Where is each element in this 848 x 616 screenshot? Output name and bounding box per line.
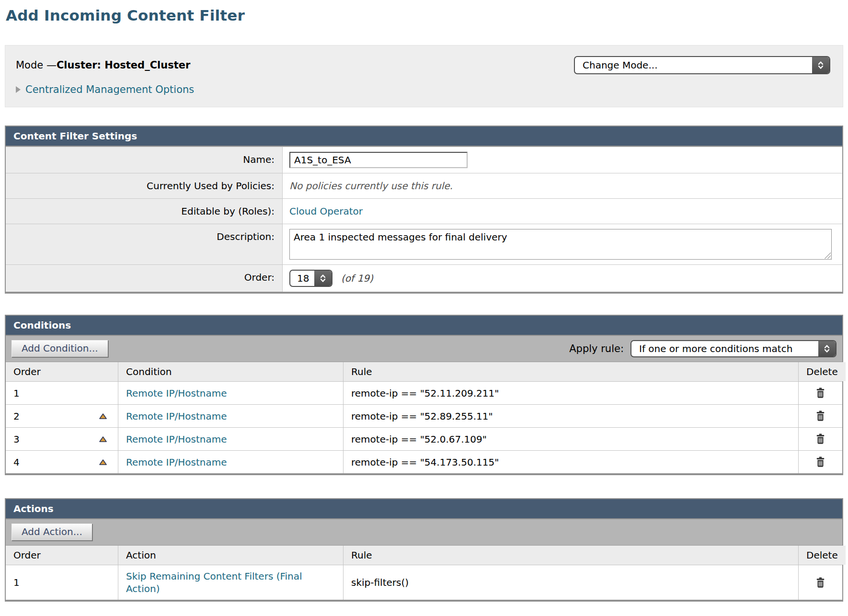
editable-by-roles-label: Editable by (Roles):: [6, 199, 283, 224]
condition-link[interactable]: Remote IP/Hostname: [126, 411, 227, 422]
condition-link[interactable]: Remote IP/Hostname: [126, 388, 227, 399]
change-mode-select-value: Change Mode...: [575, 57, 812, 73]
condition-order: 1: [13, 388, 20, 399]
delete-trash-button[interactable]: [815, 387, 826, 399]
add-action-button[interactable]: Add Action...: [11, 524, 92, 541]
column-header-action: Action: [118, 546, 343, 565]
actions-panel: Actions Add Action... Order Action Rule …: [5, 498, 843, 602]
delete-trash-button[interactable]: [815, 433, 826, 445]
order-of-total: (of 19): [341, 273, 373, 284]
delete-trash-button[interactable]: [815, 577, 826, 589]
column-header-delete: Delete: [798, 362, 846, 381]
condition-order: 3: [13, 433, 20, 445]
select-stepper-icon: [314, 271, 332, 286]
cloud-operator-link[interactable]: Cloud Operator: [289, 205, 363, 217]
conditions-panel: Conditions Add Condition... Apply rule: …: [5, 315, 843, 475]
settings-row-policies: Currently Used by Policies: No policies …: [6, 173, 842, 198]
resize-grip-icon[interactable]: [825, 252, 831, 259]
conditions-toolbar: Add Condition... Apply rule: If one or m…: [6, 336, 842, 362]
apply-rule-select[interactable]: If one or more conditions match: [630, 340, 837, 357]
order-select-value: 18: [290, 271, 314, 286]
settings-row-description: Description: Area 1 inspected messages f…: [6, 224, 842, 264]
description-textarea[interactable]: Area 1 inspected messages for final deli…: [289, 229, 832, 260]
column-header-order: Order: [6, 362, 118, 381]
condition-row: 3 Remote IP/Hostname remote-ip == "52.0.…: [6, 427, 842, 450]
actions-table-header: Order Action Rule Delete: [6, 546, 842, 565]
condition-row: 4 Remote IP/Hostname remote-ip == "54.17…: [6, 450, 842, 473]
policies-value: No policies currently use this rule.: [289, 180, 453, 192]
column-header-rule: Rule: [343, 362, 798, 381]
column-header-order: Order: [6, 546, 118, 565]
mode-panel: Mode —Cluster: Hosted_Cluster Change Mod…: [5, 45, 843, 107]
order-select[interactable]: 18: [289, 270, 332, 287]
actions-toolbar: Add Action...: [6, 519, 842, 546]
order-label: Order:: [6, 265, 283, 292]
name-input[interactable]: [289, 152, 468, 168]
move-up-button[interactable]: [99, 436, 107, 443]
condition-link[interactable]: Remote IP/Hostname: [126, 456, 227, 468]
name-label: Name:: [6, 147, 283, 173]
content-filter-settings-panel: Content Filter Settings Name: Currently …: [5, 125, 843, 294]
condition-rule: remote-ip == "52.0.67.109": [343, 428, 798, 450]
apply-rule-select-value: If one or more conditions match: [631, 341, 818, 356]
policies-label: Currently Used by Policies:: [6, 173, 283, 198]
condition-rule: remote-ip == "52.11.209.211": [343, 382, 798, 404]
page: Add Incoming Content Filter Mode —Cluste…: [0, 0, 848, 616]
apply-rule-label: Apply rule:: [569, 343, 624, 354]
condition-row: 1 Remote IP/Hostname remote-ip == "52.11…: [6, 381, 842, 404]
action-link[interactable]: Skip Remaining Content Filters (Final Ac…: [126, 570, 314, 595]
add-condition-button[interactable]: Add Condition...: [11, 340, 108, 357]
delete-trash-button[interactable]: [815, 456, 826, 468]
condition-link[interactable]: Remote IP/Hostname: [126, 433, 227, 445]
conditions-table: Order Condition Rule Delete 1 Remote IP/…: [6, 362, 842, 473]
settings-row-order: Order: 18 (of 19): [6, 264, 842, 292]
column-header-condition: Condition: [118, 362, 343, 381]
action-row: 1 Skip Remaining Content Filters (Final …: [6, 565, 842, 600]
condition-rule: remote-ip == "54.173.50.115": [343, 451, 798, 473]
condition-rule: remote-ip == "52.89.255.11": [343, 405, 798, 427]
condition-row: 2 Remote IP/Hostname remote-ip == "52.89…: [6, 404, 842, 427]
actions-table: Order Action Rule Delete 1 Skip Remainin…: [6, 546, 842, 600]
select-stepper-icon: [812, 57, 829, 73]
settings-panel-header: Content Filter Settings: [6, 126, 842, 147]
mode-value: Cluster: Hosted_Cluster: [57, 59, 190, 71]
select-stepper-icon: [818, 341, 836, 356]
change-mode-select[interactable]: Change Mode...: [574, 56, 830, 74]
mode-label: Mode —: [16, 59, 57, 71]
condition-order: 4: [13, 456, 20, 468]
settings-row-editable: Editable by (Roles): Cloud Operator: [6, 198, 842, 224]
move-up-button[interactable]: [99, 459, 107, 466]
move-up-button[interactable]: [99, 413, 107, 420]
delete-trash-button[interactable]: [815, 410, 826, 422]
centralized-management-options-link[interactable]: Centralized Management Options: [25, 84, 194, 95]
page-title: Add Incoming Content Filter: [6, 7, 843, 24]
conditions-panel-header: Conditions: [6, 316, 842, 336]
settings-row-name: Name:: [6, 147, 842, 173]
column-header-delete: Delete: [798, 546, 846, 565]
description-label: Description:: [6, 224, 283, 264]
action-rule: skip-filters(): [343, 565, 798, 600]
expand-triangle-icon: [16, 86, 21, 93]
condition-order: 2: [13, 411, 20, 422]
action-order: 1: [13, 577, 20, 588]
mode-text: Mode —Cluster: Hosted_Cluster: [16, 59, 190, 71]
actions-panel-header: Actions: [6, 499, 842, 519]
column-header-rule: Rule: [343, 546, 798, 565]
conditions-table-header: Order Condition Rule Delete: [6, 362, 842, 381]
